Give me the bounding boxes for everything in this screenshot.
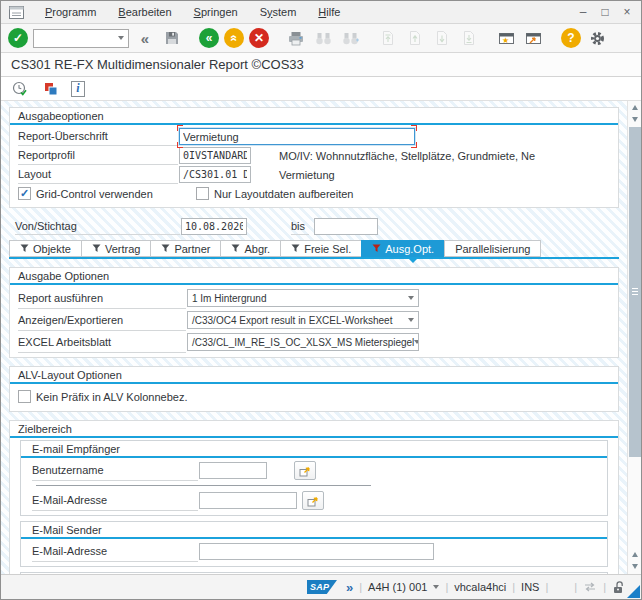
minimize-icon[interactable]: – <box>577 5 589 19</box>
layout-description: Vermietung <box>279 169 335 181</box>
kein-praefix-checkbox[interactable] <box>18 390 31 403</box>
reportprofil-input[interactable] <box>179 147 251 164</box>
menu-programm[interactable]: Programm <box>34 6 107 18</box>
page-down-button[interactable] <box>431 27 453 49</box>
chevron-down-icon[interactable] <box>433 585 439 589</box>
excel-arbeitsblatt-label: EXCEL Arbeitsblatt <box>18 331 186 353</box>
bis-label: bis <box>291 217 309 235</box>
reportprofil-label: Reportprofil <box>18 146 178 165</box>
stichtag-von-input[interactable] <box>181 218 247 235</box>
statusbar-expand-icon[interactable]: » <box>346 580 353 595</box>
vertical-scrollbar[interactable] <box>627 101 641 574</box>
excel-arbeitsblatt-select[interactable]: /C33/CL_IM_RE_IS_OC_XLSX_MS Mieterspiege… <box>187 333 419 351</box>
close-icon[interactable]: × <box>621 5 633 19</box>
customize-layout-button[interactable] <box>586 27 608 49</box>
first-page-button[interactable] <box>377 27 399 49</box>
help-button[interactable]: ? <box>561 28 581 48</box>
tab-ausg-opt[interactable]: Ausg.Opt. <box>361 240 445 257</box>
tab-parallelisierung[interactable]: Parallelisierung <box>444 240 541 257</box>
tab-freie-sel[interactable]: Freie Sel. <box>280 240 362 257</box>
question-mark-icon: ? <box>567 31 574 45</box>
tab-objekte[interactable]: Objekte <box>9 240 82 257</box>
cancel-button[interactable]: ✕ <box>249 28 269 48</box>
filter-icon <box>291 244 300 253</box>
active-tab-pointer <box>409 259 417 267</box>
menu-springen[interactable]: Springen <box>183 6 249 18</box>
subgroup-email-sender: E-Mail Sender E-Mail-Adresse <box>20 521 608 567</box>
grid-control-checkbox[interactable] <box>18 187 31 200</box>
back-button[interactable]: « <box>199 28 219 48</box>
insert-mode-indicator[interactable]: INS <box>521 581 539 593</box>
tab-strip: Objekte Vertrag Partner Abgr. Freie Sel. <box>9 240 619 257</box>
hide-command-button[interactable]: « <box>134 27 156 49</box>
find-next-button[interactable] <box>339 27 361 49</box>
sender-email-input[interactable] <box>199 543 434 560</box>
section-title: Ausgabeoptionen <box>18 108 610 123</box>
benutzername-multi-select-button[interactable] <box>294 461 316 480</box>
layout-label: Layout <box>18 165 178 184</box>
section-rule <box>10 382 618 384</box>
report-ueberschrift-input[interactable] <box>179 128 415 145</box>
unlocked-padlock-icon[interactable] <box>612 580 625 594</box>
separator: | <box>359 581 362 593</box>
subgroup-email-empfaenger: E-mail Empfänger Benutzername <box>20 440 608 516</box>
layout-input[interactable] <box>179 166 251 183</box>
enter-button[interactable]: ✓ <box>8 28 28 48</box>
empfaenger-email-input[interactable] <box>199 492 297 509</box>
tab-label: Abgr. <box>244 243 270 255</box>
report-ausfuehren-label: Report ausführen <box>18 287 186 309</box>
cancel-x-icon: ✕ <box>254 31 264 45</box>
print-button[interactable] <box>285 27 307 49</box>
page-up-button[interactable] <box>404 27 426 49</box>
subsection-title: E-Mail Sender <box>32 522 596 537</box>
new-session-button[interactable]: ★ <box>496 27 518 49</box>
scroll-up-button-bottom[interactable] <box>628 548 641 560</box>
find-button[interactable] <box>312 27 334 49</box>
group-ausgabeoptionen: Ausgabeoptionen Report-Überschrift Repor… <box>9 107 619 208</box>
chevron-down-icon[interactable] <box>118 36 124 40</box>
copy-layout-button[interactable] <box>40 78 62 100</box>
response-time-icon[interactable] <box>583 582 597 592</box>
double-chevron-left-icon: « <box>141 31 149 46</box>
execute-with-date-button[interactable] <box>9 78 31 100</box>
group-ausgabe-optionen: Ausgabe Optionen Report ausführen 1 Im H… <box>9 267 619 358</box>
separator: | <box>545 581 548 593</box>
tab-vertrag[interactable]: Vertrag <box>81 240 151 257</box>
command-field[interactable] <box>33 29 129 48</box>
anzeigen-exportieren-select[interactable]: /C33/OC4 Export result in EXCEL-Workshee… <box>187 311 419 329</box>
tab-partner[interactable]: Partner <box>150 240 221 257</box>
info-button[interactable]: i <box>71 81 85 97</box>
report-ausfuehren-select[interactable]: 1 Im Hintergrund <box>187 289 419 307</box>
scrollbar-thumb[interactable] <box>629 127 641 457</box>
grid-control-label: Grid-Control verwenden <box>36 188 178 200</box>
stichtag-bis-input[interactable] <box>314 218 378 235</box>
maximize-icon[interactable]: □ <box>599 5 611 19</box>
menu-bearbeiten[interactable]: Bearbeiten <box>107 6 182 18</box>
nur-layoutdaten-label: Nur Layoutdaten aufbereiten <box>214 188 353 200</box>
divider <box>36 485 371 486</box>
anzeigen-exportieren-label: Anzeigen/Exportieren <box>18 309 186 331</box>
scroll-down-button[interactable] <box>628 113 641 125</box>
window-menu-icon[interactable] <box>9 6 24 19</box>
scroll-up-button[interactable] <box>628 101 641 113</box>
menu-system[interactable]: System <box>249 6 308 18</box>
nur-layoutdaten-checkbox[interactable] <box>196 187 209 200</box>
arrow-up-icon <box>632 105 638 110</box>
save-button[interactable] <box>161 27 183 49</box>
command-input[interactable] <box>38 31 115 45</box>
separator: | <box>603 581 606 593</box>
create-shortcut-button[interactable] <box>523 27 545 49</box>
resize-corner-handle[interactable] <box>627 585 640 598</box>
scroll-down-button-bottom[interactable] <box>628 560 641 572</box>
select-value: /C33/CL_IM_RE_IS_OC_XLSX_MS Mieterspiege… <box>192 337 414 348</box>
page-last-icon <box>462 30 476 46</box>
exit-button[interactable]: « <box>224 28 244 48</box>
check-icon: ✓ <box>13 31 23 45</box>
last-page-button[interactable] <box>458 27 480 49</box>
benutzername-input[interactable] <box>199 462 267 479</box>
filter-icon <box>20 244 29 253</box>
subsection-title: E-mail Empfänger <box>32 441 596 456</box>
email-multi-select-button[interactable] <box>302 491 324 510</box>
tab-abgr[interactable]: Abgr. <box>220 240 281 257</box>
menu-hilfe[interactable]: Hilfe <box>307 6 351 18</box>
